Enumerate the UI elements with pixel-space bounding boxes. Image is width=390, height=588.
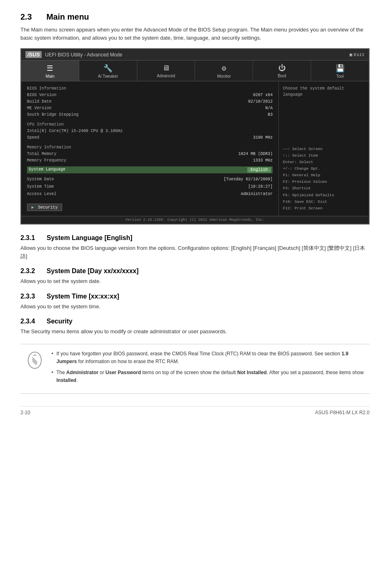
subsection-title-2-3-1: 2.3.1 System Language [English]: [20, 234, 370, 242]
asus-logo: /SUS: [25, 51, 42, 58]
nav-tab-boot[interactable]: ⏻ Boot: [253, 61, 311, 81]
nav-tab-main[interactable]: ☰ Main: [21, 61, 79, 81]
note-item-1: If you have forgotten your BIOS password…: [52, 350, 365, 366]
nav-tab-tool[interactable]: 💾 Tool: [311, 61, 369, 81]
bios-nav: ☰ Main 🔧 Ai Tweaker 🖥 Advanced ⚙ Monitor…: [21, 61, 369, 81]
subsection-2-3-3: 2.3.3 System Time [xx:xx:xx] Allows you …: [20, 293, 370, 311]
intro-text: The Main menu screen appears when you en…: [20, 26, 370, 42]
nav-tab-monitor[interactable]: ⚙ Monitor: [195, 61, 253, 81]
bios-brand: /SUS UEFI BIOS Utility - Advanced Mode: [25, 51, 122, 58]
subsection-title-2-3-3: 2.3.3 System Time [xx:xx:xx]: [20, 293, 370, 300]
subsection-text-2-3-2: Allows you to set the system date.: [20, 277, 370, 285]
bios-titlebar: /SUS UEFI BIOS Utility - Advanced Mode ▣…: [21, 49, 369, 61]
subsection-2-3-4: 2.3.4 Security The Security menu items a…: [20, 318, 370, 336]
bios-right-panel: Choose the system default language ←→: S…: [279, 81, 369, 216]
exit-icon: ▣: [350, 52, 352, 57]
bios-info-label: BIOS Information: [27, 86, 273, 91]
speed-row: Speed 3100 MHz: [27, 135, 273, 141]
nav-icon-monitor: ⚙: [197, 64, 251, 73]
page-number: 2-10: [20, 410, 30, 415]
bios-left-panel: BIOS Information BIOS Version 0207 x64 B…: [21, 81, 279, 216]
note-item-2: The Administrator or User Password items…: [52, 369, 365, 384]
system-date-row[interactable]: System Date [Tuesday 02/19/2009]: [27, 176, 273, 183]
subsection-title-2-3-2: 2.3.2 System Date [Day xx/xx/xxxx]: [20, 267, 370, 275]
nav-icon-main: ☰: [23, 64, 77, 73]
subsection-2-3-1: 2.3.1 System Language [English] Allows y…: [20, 234, 370, 260]
product-name: ASUS P8H61-M LX R2.0: [315, 410, 370, 415]
access-level-row: Access Level Administrator: [27, 191, 273, 198]
nav-tab-ai-tweaker[interactable]: 🔧 Ai Tweaker: [79, 61, 137, 81]
nav-icon-boot: ⏻: [255, 64, 309, 72]
note-box: If you have forgotten your BIOS password…: [20, 344, 370, 394]
subsection-text-2-3-4: The Security menu items allow you to mod…: [20, 328, 370, 336]
cpu-info-label: CPU Information: [27, 122, 273, 127]
me-version-row: ME Version N/A: [27, 105, 273, 112]
security-button[interactable]: ▶ Security: [27, 204, 62, 211]
south-bridge-row: South Bridge Stepping B3: [27, 112, 273, 118]
subsection-title-2-3-4: 2.3.4 Security: [20, 318, 370, 325]
bios-version-row: BIOS Version 0207 x64: [27, 92, 273, 99]
page-footer: 2-10 ASUS P8H61-M LX R2.0: [20, 406, 370, 415]
memory-freq-row: Memory Frequency 1333 MHz: [27, 157, 273, 164]
bios-keys: ←→: Select Screen ↑↓: Select Item Enter:…: [283, 146, 365, 212]
cpu-model-row: Intel(R) Core(TM) i5-2400 CPU @ 3.10GHz: [27, 128, 273, 135]
subsection-2-3-2: 2.3.2 System Date [Day xx/xx/xxxx] Allow…: [20, 267, 370, 285]
total-memory-row: Total Memory 1024 MB (DDR3): [27, 151, 273, 157]
pencil-icon: [27, 350, 43, 370]
nav-icon-tool: 💾: [313, 64, 367, 73]
exit-button[interactable]: ▣ Exit: [350, 52, 365, 57]
security-arrow-icon: ▶: [31, 205, 34, 210]
nav-tab-advanced[interactable]: 🖥 Advanced: [137, 61, 195, 81]
note-icon: [25, 350, 45, 388]
subsection-text-2-3-1: Allows you to choose the BIOS language v…: [20, 244, 370, 260]
bios-body: BIOS Information BIOS Version 0207 x64 B…: [21, 81, 369, 216]
build-date-row: Build Date 02/10/2012: [27, 99, 273, 105]
section-title: 2.3 Main menu: [20, 12, 370, 22]
bios-screenshot: /SUS UEFI BIOS Utility - Advanced Mode ▣…: [20, 48, 370, 224]
memory-info-label: Memory Information: [27, 145, 273, 150]
system-time-row[interactable]: System Time [10:29:27]: [27, 183, 273, 191]
subsections: 2.3.1 System Language [English] Allows y…: [20, 234, 370, 336]
bios-footer: Version 2.10.1208. Copyright (C) 2012 Am…: [21, 216, 369, 224]
system-language-row[interactable]: System Language English: [27, 166, 273, 173]
note-content: If you have forgotten your BIOS password…: [52, 350, 365, 388]
subsection-text-2-3-3: Allows you to set the system time.: [20, 303, 370, 311]
bios-title-text: UEFI BIOS Utility - Advanced Mode: [45, 52, 122, 58]
section-header: 2.3 Main menu The Main menu screen appea…: [20, 12, 370, 42]
nav-icon-advanced: 🖥: [139, 64, 193, 72]
nav-icon-ai-tweaker: 🔧: [81, 64, 135, 73]
bios-help-text: Choose the system default language: [283, 85, 365, 98]
